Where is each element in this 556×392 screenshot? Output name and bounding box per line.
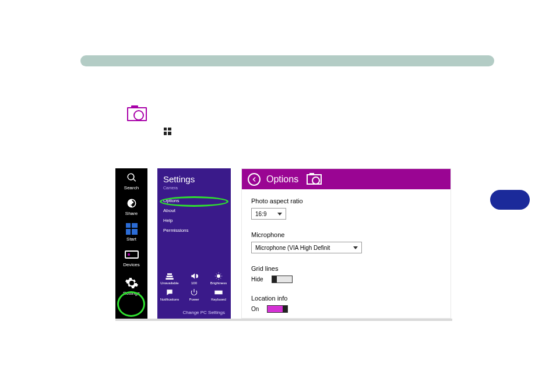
quick-label: Brightness <box>210 281 227 285</box>
aspect-ratio-label: Photo aspect ratio <box>251 197 441 204</box>
charm-label: Search <box>115 185 147 190</box>
devices-icon <box>115 248 147 261</box>
gear-icon <box>115 277 147 289</box>
charm-search[interactable]: Search <box>115 168 147 194</box>
charm-start[interactable]: Start <box>115 220 147 245</box>
grid-lines-toggle[interactable] <box>272 276 293 283</box>
aspect-ratio-group: Photo aspect ratio 16:9 <box>251 197 441 220</box>
location-info-label: Location info <box>251 295 441 302</box>
microphone-label: Microphone <box>251 231 441 238</box>
windows-start-icon <box>115 223 147 235</box>
settings-quick-grid: Unavailable 100 Brightness Notifications… <box>157 270 231 302</box>
quick-label: 100 <box>191 281 197 285</box>
grid-lines-label: Grid lines <box>251 265 441 272</box>
quick-power[interactable]: Power <box>182 286 206 302</box>
network-icon <box>157 271 182 281</box>
change-pc-settings-link[interactable]: Change PC Settings <box>183 310 226 315</box>
charm-label: Start <box>115 236 147 242</box>
charm-share[interactable]: Share <box>115 194 147 220</box>
quick-network[interactable]: Unavailable <box>157 270 182 286</box>
settings-subtitle: Camera <box>157 186 231 196</box>
settings-link-about[interactable]: About <box>157 206 231 216</box>
charm-label: Devices <box>115 262 147 267</box>
share-icon <box>115 197 147 210</box>
charm-label: Share <box>115 211 147 216</box>
camera-app-icon <box>127 107 147 121</box>
header-banner <box>80 55 494 66</box>
brightness-icon <box>206 271 231 281</box>
quick-label: Unavailable <box>160 281 178 285</box>
location-info-group: Location info On <box>251 295 441 313</box>
charm-label: Settings <box>115 291 147 296</box>
keyboard-icon <box>206 287 231 298</box>
settings-link-help[interactable]: Help <box>157 216 231 225</box>
options-title: Options <box>266 174 298 185</box>
settings-title: Settings <box>157 168 231 186</box>
quick-label: Keyboard <box>211 298 226 301</box>
camera-icon <box>127 107 147 121</box>
charms-bar: Search Share Start Devices Settings <box>115 168 147 319</box>
notifications-icon <box>157 287 182 298</box>
microphone-group: Microphone Microphone (VIA High Definit <box>251 231 441 253</box>
power-icon <box>182 287 206 298</box>
screenshot-stage: Search Share Start Devices Settings <box>115 168 452 321</box>
charm-settings[interactable]: Settings <box>115 271 147 299</box>
charm-devices[interactable]: Devices <box>115 245 147 271</box>
options-pane: Options Photo aspect ratio 16:9 Micropho… <box>241 168 451 319</box>
quick-label: Notifications <box>160 298 180 301</box>
side-indicator <box>490 190 530 210</box>
search-icon <box>115 171 147 184</box>
quick-label: Power <box>189 298 199 301</box>
quick-volume[interactable]: 100 <box>182 270 206 286</box>
grid-lines-state: Hide <box>251 276 263 282</box>
windows-logo-icon <box>164 128 171 135</box>
quick-notifications[interactable]: Notifications <box>157 286 182 302</box>
camera-icon <box>307 174 322 185</box>
location-info-state: On <box>251 306 259 312</box>
settings-link-permissions[interactable]: Permissions <box>157 225 231 235</box>
grid-lines-group: Grid lines Hide <box>251 265 441 283</box>
back-button[interactable] <box>248 173 261 186</box>
microphone-value: Microphone (VIA High Definit <box>255 245 330 251</box>
aspect-ratio-value: 16:9 <box>255 211 266 217</box>
volume-icon <box>182 271 206 281</box>
location-info-toggle[interactable] <box>267 305 288 313</box>
aspect-ratio-select[interactable]: 16:9 <box>251 208 286 220</box>
settings-link-options[interactable]: Options <box>157 196 231 206</box>
options-header: Options <box>242 169 451 189</box>
quick-keyboard[interactable]: Keyboard <box>206 286 231 302</box>
microphone-select[interactable]: Microphone (VIA High Definit <box>251 242 362 253</box>
quick-brightness[interactable]: Brightness <box>206 270 231 286</box>
settings-pane: Settings Camera Options About Help Permi… <box>157 168 231 319</box>
